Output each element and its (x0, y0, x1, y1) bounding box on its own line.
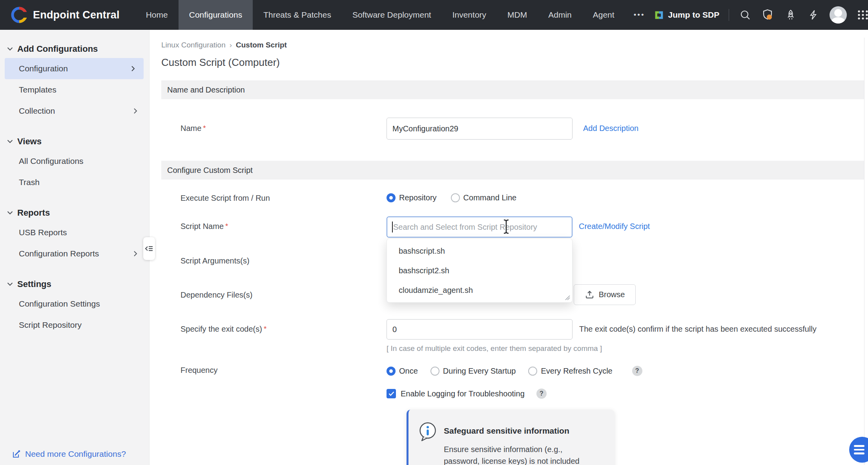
nav-tab-mdm[interactable]: MDM (497, 0, 538, 30)
left-sidebar: Add Configurations Configuration Templat… (0, 30, 150, 465)
collapse-sidebar-icon (145, 245, 153, 252)
name-field[interactable] (387, 118, 573, 140)
dropdown-option-bashscript2[interactable]: bashscript2.sh (387, 261, 572, 280)
exit-code-label: Specify the exit code(s)* (181, 325, 266, 334)
sdp-label: Jump to SDP (668, 10, 720, 20)
radio-command-line[interactable]: Command Line (451, 193, 517, 202)
sidebar-item-configuration-settings[interactable]: Configuration Settings (0, 293, 149, 314)
whats-new-rocket-icon[interactable] (784, 8, 797, 22)
frequency-options: Once During Every Startup Every Refresh … (387, 366, 642, 376)
navbar-divider (729, 9, 729, 21)
radio-unselected-icon (430, 367, 439, 376)
radio-once[interactable]: Once (387, 367, 418, 376)
jump-to-sdp-button[interactable]: Jump to SDP (654, 10, 720, 20)
chevron-right-icon (133, 251, 137, 257)
radio-during-every-startup[interactable]: During Every Startup (430, 367, 516, 376)
radio-selected-icon (387, 193, 396, 202)
section-name-and-description: Name and Description (161, 80, 864, 99)
dropdown-resize-handle[interactable] (565, 295, 570, 300)
sidebar-item-configuration-reports[interactable]: Configuration Reports (0, 243, 149, 264)
sidebar-item-configuration[interactable]: Configuration (5, 58, 144, 79)
quick-actions-bolt-icon[interactable] (807, 8, 820, 22)
upload-icon (585, 290, 594, 300)
radio-unselected-icon (451, 193, 460, 202)
chevron-down-icon (7, 282, 13, 286)
sidebar-collapse-handle[interactable] (143, 237, 155, 260)
brand[interactable]: Endpoint Central (11, 7, 120, 23)
endpoint-central-logo-icon (11, 7, 27, 23)
add-description-link[interactable]: Add Description (583, 124, 638, 133)
search-icon[interactable] (739, 8, 752, 22)
script-name-label: Script Name* (181, 222, 228, 231)
exit-code-helper-text: The exit code(s) confirm if the script h… (579, 325, 817, 334)
top-navbar: Endpoint Central Home Configurations Thr… (0, 0, 868, 30)
main-nav: Home Configurations Threats & Patches So… (135, 0, 654, 30)
radio-selected-icon (387, 367, 396, 376)
sidebar-item-script-repository[interactable]: Script Repository (0, 314, 149, 336)
nav-tab-software-deployment[interactable]: Software Deployment (342, 0, 442, 30)
breadcrumb-linux-configuration[interactable]: Linux Configuration (161, 41, 226, 49)
nav-tab-threats-patches[interactable]: Threats & Patches (253, 0, 342, 30)
sidebar-item-templates[interactable]: Templates (0, 79, 149, 100)
sidebar-item-usb-reports[interactable]: USB Reports (0, 222, 149, 243)
enable-logging-label: Enable Logging for Troubleshooting (401, 389, 525, 398)
sidebar-item-collection[interactable]: Collection (0, 100, 149, 122)
apps-grid-icon[interactable] (856, 8, 868, 22)
nav-tab-configurations[interactable]: Configurations (179, 0, 253, 30)
chevron-right-icon (133, 108, 137, 114)
brand-title: Endpoint Central (33, 9, 120, 21)
ibeam-mouse-cursor (502, 219, 511, 234)
need-more-configurations-link[interactable]: Need more Configurations? (12, 449, 126, 459)
main-content: Linux Configuration › Custom Script Cust… (150, 30, 868, 465)
required-mark: * (225, 222, 228, 230)
frequency-label: Frequency (181, 366, 218, 375)
sidebar-group-reports[interactable]: Reports (0, 204, 149, 222)
dependency-files-label: Dependency Files(s) (181, 291, 252, 300)
edit-pencil-icon (12, 449, 21, 459)
browse-button[interactable]: Browse (574, 284, 636, 305)
breadcrumb-separator: › (230, 41, 232, 49)
nav-tab-admin[interactable]: Admin (538, 0, 582, 30)
radio-unselected-icon (528, 367, 537, 376)
exit-code-field[interactable] (387, 319, 573, 340)
section-configure-custom-script: Configure Custom Script (161, 161, 864, 180)
info-card-body: Ensure sensitive information (e.g., pass… (444, 443, 586, 465)
security-shield-icon[interactable] (761, 8, 775, 22)
chevron-down-icon (7, 140, 13, 143)
nav-tab-agent[interactable]: Agent (582, 0, 625, 30)
required-mark: * (203, 124, 206, 132)
info-card-content: Safeguard sensitive information Ensure s… (444, 421, 586, 465)
enable-logging-checkbox[interactable] (387, 389, 396, 398)
sidebar-item-all-configurations[interactable]: All Configurations (0, 151, 149, 172)
name-label: Name* (181, 124, 206, 133)
script-repository-dropdown: bashscript.sh bashscript2.sh cloudamzie_… (387, 238, 573, 303)
execute-script-label: Execute Script from / Run (181, 194, 270, 203)
required-mark: * (264, 325, 266, 333)
info-card-title: Safeguard sensitive information (444, 426, 586, 436)
logging-help-icon[interactable]: ? (536, 389, 547, 399)
script-name-search-input[interactable] (387, 216, 573, 238)
sidebar-group-views[interactable]: Views (0, 133, 149, 151)
page-title: Custom Script (Computer) (161, 56, 280, 69)
sidebar-group-settings[interactable]: Settings (0, 275, 149, 293)
nav-tab-home[interactable]: Home (135, 0, 179, 30)
radio-every-refresh-cycle[interactable]: Every Refresh Cycle (528, 367, 612, 376)
enable-logging-row: Enable Logging for Troubleshooting ? (387, 389, 547, 399)
exit-code-hint-text: [ In case of multiple exit codes, enter … (387, 344, 602, 353)
sidebar-item-trash[interactable]: Trash (0, 172, 149, 193)
nav-more-menu[interactable]: ••• (625, 0, 654, 30)
nav-tab-inventory[interactable]: Inventory (442, 0, 497, 30)
execute-script-options: Repository Command Line (387, 193, 516, 202)
frequency-help-icon[interactable]: ? (632, 366, 642, 376)
dropdown-option-bashscript[interactable]: bashscript.sh (387, 241, 572, 261)
breadcrumb-custom-script: Custom Script (236, 41, 287, 49)
radio-repository[interactable]: Repository (387, 193, 437, 202)
user-avatar[interactable] (830, 6, 847, 24)
create-modify-script-link[interactable]: Create/Modify Script (579, 222, 650, 231)
chevron-down-icon (7, 47, 13, 51)
sidebar-group-add-configurations[interactable]: Add Configurations (0, 40, 149, 58)
sdp-icon (654, 10, 664, 20)
chevron-right-icon (131, 65, 135, 72)
dropdown-option-cloudamzie-agent[interactable]: cloudamzie_agent.sh (387, 280, 572, 300)
navbar-actions: Jump to SDP (654, 6, 868, 24)
